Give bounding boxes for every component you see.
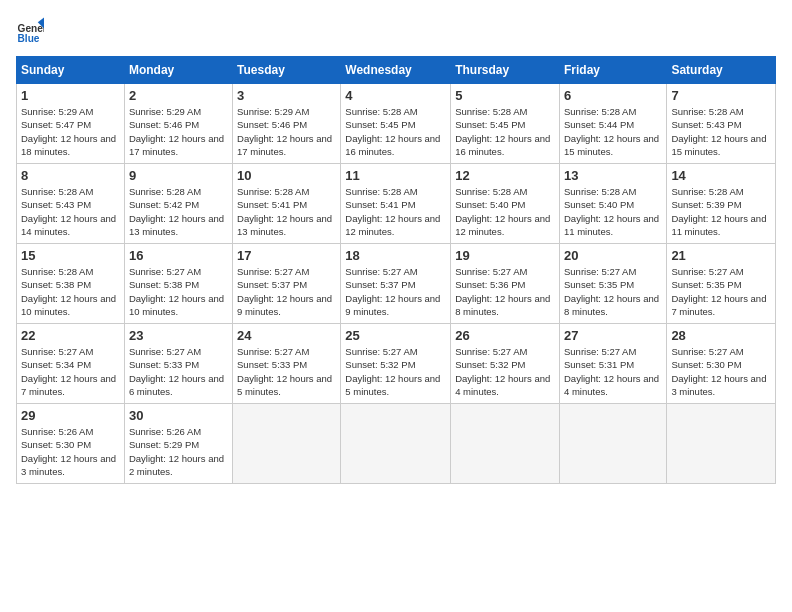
- day-number: 12: [455, 168, 555, 183]
- day-info: Sunrise: 5:28 AM Sunset: 5:38 PM Dayligh…: [21, 265, 120, 318]
- day-number: 29: [21, 408, 120, 423]
- table-row: 30 Sunrise: 5:26 AM Sunset: 5:29 PM Dayl…: [124, 404, 232, 484]
- calendar-week-row: 22 Sunrise: 5:27 AM Sunset: 5:34 PM Dayl…: [17, 324, 776, 404]
- table-row: 7 Sunrise: 5:28 AM Sunset: 5:43 PM Dayli…: [667, 84, 776, 164]
- table-row: 12 Sunrise: 5:28 AM Sunset: 5:40 PM Dayl…: [451, 164, 560, 244]
- day-info: Sunrise: 5:26 AM Sunset: 5:30 PM Dayligh…: [21, 425, 120, 478]
- day-info: Sunrise: 5:27 AM Sunset: 5:36 PM Dayligh…: [455, 265, 555, 318]
- col-thursday: Thursday: [451, 57, 560, 84]
- col-friday: Friday: [559, 57, 666, 84]
- day-number: 5: [455, 88, 555, 103]
- col-saturday: Saturday: [667, 57, 776, 84]
- table-row: 9 Sunrise: 5:28 AM Sunset: 5:42 PM Dayli…: [124, 164, 232, 244]
- day-info: Sunrise: 5:27 AM Sunset: 5:30 PM Dayligh…: [671, 345, 771, 398]
- day-info: Sunrise: 5:28 AM Sunset: 5:43 PM Dayligh…: [671, 105, 771, 158]
- day-info: Sunrise: 5:27 AM Sunset: 5:34 PM Dayligh…: [21, 345, 120, 398]
- calendar-week-row: 1 Sunrise: 5:29 AM Sunset: 5:47 PM Dayli…: [17, 84, 776, 164]
- day-number: 17: [237, 248, 336, 263]
- table-row: 13 Sunrise: 5:28 AM Sunset: 5:40 PM Dayl…: [559, 164, 666, 244]
- day-info: Sunrise: 5:28 AM Sunset: 5:40 PM Dayligh…: [455, 185, 555, 238]
- table-row: 1 Sunrise: 5:29 AM Sunset: 5:47 PM Dayli…: [17, 84, 125, 164]
- day-number: 1: [21, 88, 120, 103]
- day-info: Sunrise: 5:28 AM Sunset: 5:42 PM Dayligh…: [129, 185, 228, 238]
- day-number: 15: [21, 248, 120, 263]
- day-info: Sunrise: 5:27 AM Sunset: 5:35 PM Dayligh…: [564, 265, 662, 318]
- day-info: Sunrise: 5:28 AM Sunset: 5:43 PM Dayligh…: [21, 185, 120, 238]
- day-number: 24: [237, 328, 336, 343]
- day-info: Sunrise: 5:28 AM Sunset: 5:44 PM Dayligh…: [564, 105, 662, 158]
- day-info: Sunrise: 5:28 AM Sunset: 5:45 PM Dayligh…: [345, 105, 446, 158]
- table-row: 27 Sunrise: 5:27 AM Sunset: 5:31 PM Dayl…: [559, 324, 666, 404]
- table-row: 23 Sunrise: 5:27 AM Sunset: 5:33 PM Dayl…: [124, 324, 232, 404]
- day-info: Sunrise: 5:28 AM Sunset: 5:45 PM Dayligh…: [455, 105, 555, 158]
- day-info: Sunrise: 5:27 AM Sunset: 5:32 PM Dayligh…: [455, 345, 555, 398]
- table-row: 4 Sunrise: 5:28 AM Sunset: 5:45 PM Dayli…: [341, 84, 451, 164]
- table-row: 20 Sunrise: 5:27 AM Sunset: 5:35 PM Dayl…: [559, 244, 666, 324]
- day-number: 20: [564, 248, 662, 263]
- day-number: 26: [455, 328, 555, 343]
- day-info: Sunrise: 5:27 AM Sunset: 5:37 PM Dayligh…: [345, 265, 446, 318]
- day-info: Sunrise: 5:27 AM Sunset: 5:31 PM Dayligh…: [564, 345, 662, 398]
- day-number: 16: [129, 248, 228, 263]
- table-row: 25 Sunrise: 5:27 AM Sunset: 5:32 PM Dayl…: [341, 324, 451, 404]
- day-number: 14: [671, 168, 771, 183]
- day-number: 4: [345, 88, 446, 103]
- calendar-header-row: Sunday Monday Tuesday Wednesday Thursday…: [17, 57, 776, 84]
- day-number: 30: [129, 408, 228, 423]
- col-monday: Monday: [124, 57, 232, 84]
- table-row: 29 Sunrise: 5:26 AM Sunset: 5:30 PM Dayl…: [17, 404, 125, 484]
- day-info: Sunrise: 5:28 AM Sunset: 5:41 PM Dayligh…: [237, 185, 336, 238]
- col-wednesday: Wednesday: [341, 57, 451, 84]
- table-row: 17 Sunrise: 5:27 AM Sunset: 5:37 PM Dayl…: [233, 244, 341, 324]
- table-row: 16 Sunrise: 5:27 AM Sunset: 5:38 PM Dayl…: [124, 244, 232, 324]
- col-sunday: Sunday: [17, 57, 125, 84]
- day-number: 8: [21, 168, 120, 183]
- day-info: Sunrise: 5:27 AM Sunset: 5:35 PM Dayligh…: [671, 265, 771, 318]
- table-row: 18 Sunrise: 5:27 AM Sunset: 5:37 PM Dayl…: [341, 244, 451, 324]
- day-info: Sunrise: 5:29 AM Sunset: 5:46 PM Dayligh…: [237, 105, 336, 158]
- day-number: 2: [129, 88, 228, 103]
- logo: General Blue: [16, 16, 44, 44]
- table-row: 19 Sunrise: 5:27 AM Sunset: 5:36 PM Dayl…: [451, 244, 560, 324]
- logo-icon: General Blue: [16, 16, 44, 44]
- day-number: 27: [564, 328, 662, 343]
- calendar-week-row: 8 Sunrise: 5:28 AM Sunset: 5:43 PM Dayli…: [17, 164, 776, 244]
- day-number: 18: [345, 248, 446, 263]
- table-row: [341, 404, 451, 484]
- table-row: [667, 404, 776, 484]
- calendar-week-row: 29 Sunrise: 5:26 AM Sunset: 5:30 PM Dayl…: [17, 404, 776, 484]
- table-row: 8 Sunrise: 5:28 AM Sunset: 5:43 PM Dayli…: [17, 164, 125, 244]
- day-number: 11: [345, 168, 446, 183]
- day-info: Sunrise: 5:29 AM Sunset: 5:46 PM Dayligh…: [129, 105, 228, 158]
- day-info: Sunrise: 5:28 AM Sunset: 5:39 PM Dayligh…: [671, 185, 771, 238]
- day-info: Sunrise: 5:28 AM Sunset: 5:41 PM Dayligh…: [345, 185, 446, 238]
- col-tuesday: Tuesday: [233, 57, 341, 84]
- day-number: 13: [564, 168, 662, 183]
- table-row: 26 Sunrise: 5:27 AM Sunset: 5:32 PM Dayl…: [451, 324, 560, 404]
- calendar-table: Sunday Monday Tuesday Wednesday Thursday…: [16, 56, 776, 484]
- day-info: Sunrise: 5:27 AM Sunset: 5:33 PM Dayligh…: [129, 345, 228, 398]
- table-row: [451, 404, 560, 484]
- table-row: 22 Sunrise: 5:27 AM Sunset: 5:34 PM Dayl…: [17, 324, 125, 404]
- calendar-week-row: 15 Sunrise: 5:28 AM Sunset: 5:38 PM Dayl…: [17, 244, 776, 324]
- table-row: 3 Sunrise: 5:29 AM Sunset: 5:46 PM Dayli…: [233, 84, 341, 164]
- day-info: Sunrise: 5:27 AM Sunset: 5:33 PM Dayligh…: [237, 345, 336, 398]
- day-number: 22: [21, 328, 120, 343]
- day-number: 19: [455, 248, 555, 263]
- day-number: 10: [237, 168, 336, 183]
- day-number: 9: [129, 168, 228, 183]
- day-number: 7: [671, 88, 771, 103]
- day-number: 23: [129, 328, 228, 343]
- table-row: 11 Sunrise: 5:28 AM Sunset: 5:41 PM Dayl…: [341, 164, 451, 244]
- table-row: 5 Sunrise: 5:28 AM Sunset: 5:45 PM Dayli…: [451, 84, 560, 164]
- table-row: 14 Sunrise: 5:28 AM Sunset: 5:39 PM Dayl…: [667, 164, 776, 244]
- day-info: Sunrise: 5:26 AM Sunset: 5:29 PM Dayligh…: [129, 425, 228, 478]
- table-row: 21 Sunrise: 5:27 AM Sunset: 5:35 PM Dayl…: [667, 244, 776, 324]
- svg-text:Blue: Blue: [18, 33, 40, 44]
- table-row: 28 Sunrise: 5:27 AM Sunset: 5:30 PM Dayl…: [667, 324, 776, 404]
- table-row: 2 Sunrise: 5:29 AM Sunset: 5:46 PM Dayli…: [124, 84, 232, 164]
- day-number: 3: [237, 88, 336, 103]
- day-info: Sunrise: 5:27 AM Sunset: 5:32 PM Dayligh…: [345, 345, 446, 398]
- day-info: Sunrise: 5:27 AM Sunset: 5:37 PM Dayligh…: [237, 265, 336, 318]
- table-row: 10 Sunrise: 5:28 AM Sunset: 5:41 PM Dayl…: [233, 164, 341, 244]
